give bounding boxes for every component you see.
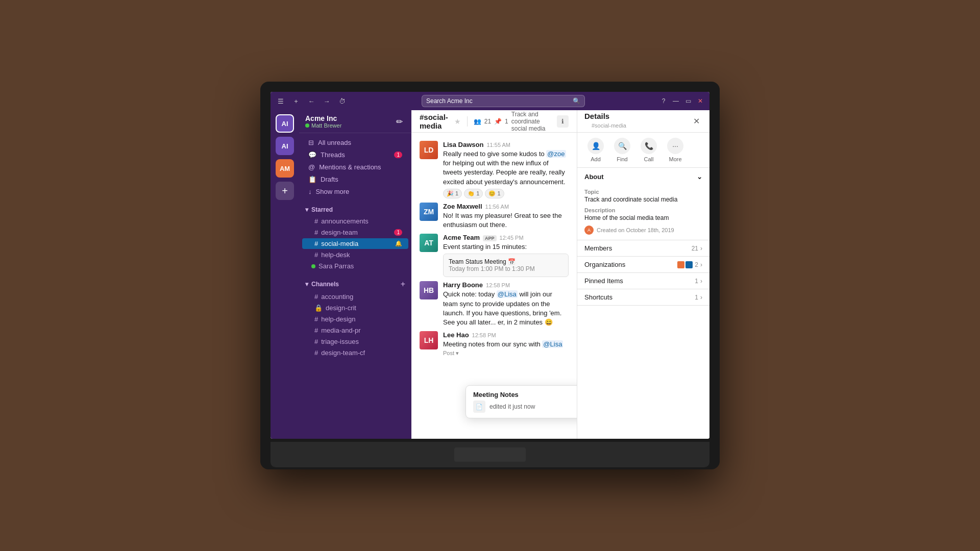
channel-design-crit[interactable]: 🔒 design-crit xyxy=(302,303,408,313)
minimize-icon[interactable]: — xyxy=(671,96,681,106)
avatar-acme-team: AT xyxy=(420,234,438,252)
allunreads-label: All unreads xyxy=(318,139,351,146)
pinned-items-row[interactable]: Pinned Items 1 › xyxy=(577,273,709,289)
channel-social-media[interactable]: # social-media 🔔 xyxy=(302,238,408,249)
mention-zoe[interactable]: @zoe xyxy=(546,150,566,158)
history-icon[interactable]: ⏱ xyxy=(336,95,348,107)
sidebar-nav: ⊟ All unreads 💬 Threads 1 @ Mentions & r… xyxy=(299,133,411,201)
maximize-icon[interactable]: ▭ xyxy=(683,96,693,106)
sidebar-item-drafts[interactable]: 📋 Drafts xyxy=(302,173,408,185)
pinned-items-label: Pinned Items xyxy=(584,277,623,285)
members-row[interactable]: Members 21 › xyxy=(577,240,709,257)
channels-section: ▾ Channels + # accounting 🔒 design-crit … xyxy=(299,274,411,362)
workspace-avatar-acme[interactable]: AI xyxy=(276,114,294,133)
notification-popup: Meeting Notes 📄 edited it just now just … xyxy=(465,385,577,418)
starred-section: ▾ Starred # announcements # design-team … xyxy=(299,201,411,274)
details-title: Details xyxy=(584,112,633,120)
sidebar-item-threads[interactable]: 💬 Threads 1 xyxy=(302,149,408,161)
msg-author-harry: Harry Boone xyxy=(443,281,483,289)
mention-lisa-2[interactable]: @Lisa xyxy=(542,340,563,348)
channel-design-team-cf[interactable]: # design-team-cf xyxy=(302,347,408,358)
sidebar-item-showmore[interactable]: ↓ Show more xyxy=(302,186,408,197)
details-actions: 👤 Add 🔍 Find 📞 Call ··· More xyxy=(577,133,709,168)
channel-media-and-pr[interactable]: # media-and-pr xyxy=(302,325,408,336)
starred-chevron: ▾ xyxy=(305,206,308,213)
messages-area[interactable]: LD Lisa Dawson 11:55 AM Really need to g… xyxy=(411,133,577,439)
action-add[interactable]: 👤 Add xyxy=(584,138,607,162)
hash-icon: # xyxy=(314,327,318,334)
workspace-initials-2: AI xyxy=(282,142,288,150)
help-icon[interactable]: ? xyxy=(658,96,669,106)
reaction-party[interactable]: 🎉 1 xyxy=(443,189,462,198)
message-harry: HB Harry Boone 12:58 PM Quick note: toda… xyxy=(411,279,577,329)
msg-author-lee: Lee Hao xyxy=(443,331,469,339)
organizations-count: 2 xyxy=(695,261,698,268)
channel-help-design[interactable]: # help-design xyxy=(302,314,408,324)
showmore-label: Show more xyxy=(316,188,350,195)
add-icon[interactable]: + xyxy=(290,95,302,107)
reaction-smile[interactable]: 😊 1 xyxy=(485,189,504,198)
compose-icon[interactable]: ✏ xyxy=(393,115,405,128)
sidebar-item-allunreads[interactable]: ⊟ All unreads xyxy=(302,137,408,148)
back-icon[interactable]: ← xyxy=(305,95,317,107)
created-text: Created on October 18th, 2019 xyxy=(597,227,674,233)
channel-meta: 👥 21 📌 1 Track and coordinate social med… xyxy=(474,111,553,132)
forward-icon[interactable]: → xyxy=(321,95,333,107)
msg-body-zoe: Zoe Maxwell 11:56 AM No! It was my pleas… xyxy=(443,203,569,230)
post-label[interactable]: Post ▾ xyxy=(443,350,569,357)
msg-time-zoe: 11:56 AM xyxy=(485,204,509,210)
channel-star[interactable]: ★ xyxy=(454,117,461,126)
search-box[interactable]: Search Acme Inc 🔍 xyxy=(422,95,585,107)
channel-name-help-design: help-design xyxy=(321,315,355,323)
msg-time-lee: 12:58 PM xyxy=(472,332,496,338)
channels-section-header[interactable]: ▾ Channels + xyxy=(299,278,411,291)
pinned-chevron: › xyxy=(700,278,702,285)
shortcuts-row[interactable]: Shortcuts 1 › xyxy=(577,289,709,306)
workspace-avatar-am[interactable]: AM xyxy=(276,159,294,178)
dm-sara-parras[interactable]: Sara Parras xyxy=(299,261,411,271)
shortcuts-count: 1 xyxy=(695,294,698,301)
user-status: Matt Brewer xyxy=(305,122,341,129)
notif-title: Meeting Notes xyxy=(473,391,577,398)
search-container: Search Acme Inc 🔍 xyxy=(348,95,658,107)
starred-label: Starred xyxy=(311,206,333,213)
msg-header-acme: Acme Team APP 12:45 PM xyxy=(443,234,569,241)
reaction-clap[interactable]: 👏 1 xyxy=(464,189,483,198)
members-row-count: 21 xyxy=(692,245,698,252)
mention-lisa[interactable]: @Lisa xyxy=(497,290,518,298)
channel-accounting[interactable]: # accounting xyxy=(302,291,408,302)
add-channel-icon[interactable]: + xyxy=(401,280,405,289)
workspace-avatar-2[interactable]: AI xyxy=(276,137,294,155)
add-workspace-button[interactable]: + xyxy=(276,182,294,200)
channel-header: #social-media ★ 👥 21 📌 1 Track and coord… xyxy=(411,110,577,133)
lock-icon: 🔒 xyxy=(314,304,323,312)
details-close-button[interactable]: ✕ xyxy=(690,115,702,128)
organizations-row[interactable]: Organizations 2 › xyxy=(577,257,709,273)
sidebar-item-mentions[interactable]: @ Mentions & reactions xyxy=(302,161,408,173)
about-section-header[interactable]: About ⌄ xyxy=(577,168,709,186)
avatar-zoe: ZM xyxy=(420,203,438,221)
action-call[interactable]: 📞 Call xyxy=(638,138,660,162)
channel-design-team[interactable]: # design-team 1 xyxy=(302,227,408,238)
details-info-button[interactable]: ℹ xyxy=(557,115,569,128)
starred-section-header[interactable]: ▾ Starred xyxy=(299,204,411,215)
workspace-name[interactable]: Acme Inc xyxy=(305,114,341,122)
close-icon[interactable]: ✕ xyxy=(695,96,705,106)
channel-announcements[interactable]: # announcements xyxy=(302,216,408,227)
action-more[interactable]: ··· More xyxy=(664,138,687,162)
channel-help-desk[interactable]: # help-desk xyxy=(302,249,408,260)
pinned-count: 1 xyxy=(695,278,698,285)
trackpad[interactable] xyxy=(454,447,526,462)
action-find[interactable]: 🔍 Find xyxy=(611,138,633,162)
details-title-group: Details #social-media xyxy=(584,112,633,131)
action-add-label: Add xyxy=(591,156,601,162)
hash-icon: # xyxy=(314,293,318,300)
topic-label: Topic xyxy=(584,189,702,195)
members-icon: 👥 xyxy=(474,118,481,125)
threads-label: Threads xyxy=(321,151,345,159)
channel-triage-issues[interactable]: # triage-issues xyxy=(302,336,408,347)
channel-name-social-media: social-media xyxy=(321,240,358,247)
header-right: ℹ xyxy=(557,115,569,128)
hamburger-icon[interactable]: ☰ xyxy=(275,95,287,107)
organizations-label: Organizations xyxy=(584,261,625,268)
